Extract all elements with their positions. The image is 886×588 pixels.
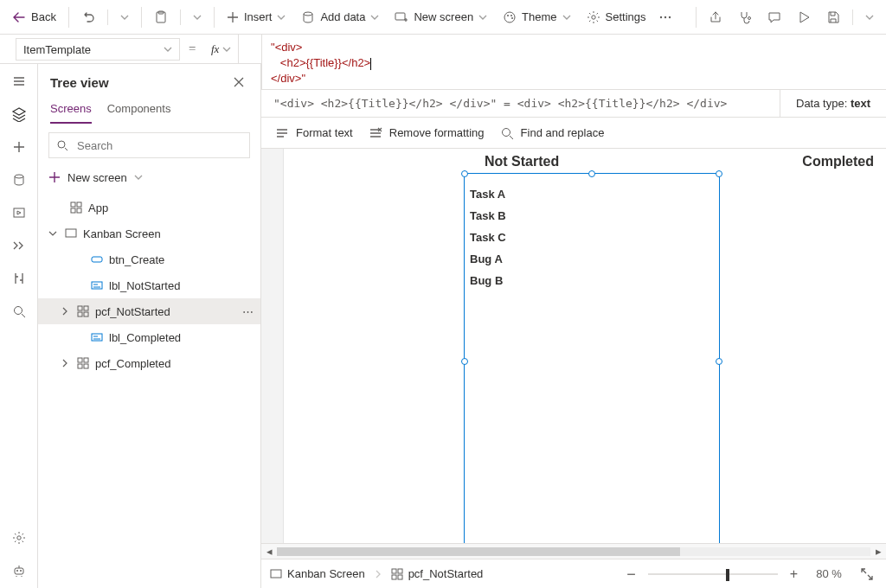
scroll-thumb[interactable] — [277, 547, 680, 556]
tree-view-title: Tree view — [50, 75, 109, 90]
remove-format-icon — [369, 126, 382, 140]
tab-components[interactable]: Components — [107, 95, 171, 124]
screen-plus-icon — [395, 10, 408, 24]
settings-button[interactable]: Settings — [580, 3, 653, 31]
property-selector[interactable]: ItemTemplate — [16, 38, 180, 61]
svg-rect-41 — [392, 575, 396, 579]
canvas-area[interactable]: Not Started Completed Task A Task — [261, 149, 886, 559]
tree-node-pcf-completed[interactable]: pcf_Completed — [38, 350, 260, 376]
tree-node-lbl-notstarted[interactable]: lbl_NotStarted — [38, 272, 260, 298]
undo-more-button[interactable] — [113, 3, 136, 31]
find-replace-button[interactable]: Find and replace — [500, 126, 605, 140]
theme-button[interactable]: Theme — [496, 3, 577, 31]
resize-handle[interactable] — [588, 170, 595, 177]
tree-list: App Kanban Screen btn_Create lbl_NotStar… — [38, 195, 260, 588]
overflow-button[interactable] — [655, 3, 676, 31]
chevron-down-icon — [865, 13, 874, 22]
rail-settings-button[interactable] — [10, 529, 28, 546]
scroll-track[interactable] — [277, 547, 870, 556]
svg-point-21 — [58, 141, 65, 148]
zoom-in-button[interactable]: + — [786, 565, 801, 584]
label-icon — [91, 279, 103, 291]
tree-node-label: lbl_Completed — [109, 331, 254, 344]
horizontal-scrollbar[interactable]: ◂ ▸ — [261, 543, 886, 559]
svg-rect-39 — [392, 569, 396, 573]
sliders-icon — [12, 272, 26, 285]
fx-button[interactable]: fx — [204, 35, 239, 63]
svg-rect-34 — [78, 358, 82, 362]
svg-point-19 — [16, 570, 18, 572]
code-token: </div> — [271, 72, 301, 85]
formula-evaluation: "<div> <h2>{{Title}}</h2> </div>" = <div… — [261, 90, 780, 117]
app-canvas[interactable]: Not Started Completed Task A Task — [284, 149, 886, 543]
paste-button[interactable] — [147, 3, 175, 31]
rail-flows-button[interactable] — [10, 237, 28, 254]
comments-button[interactable] — [761, 3, 788, 31]
tree-node-label: lbl_NotStarted — [109, 279, 254, 292]
breadcrumb-screen[interactable]: Kanban Screen — [270, 567, 365, 580]
svg-rect-35 — [84, 358, 88, 362]
new-screen-button[interactable]: New screen — [388, 3, 494, 31]
status-bar: Kanban Screen pcf_NotStarted − + 80 % — [261, 559, 886, 588]
rail-media-button[interactable] — [10, 204, 28, 221]
close-icon — [233, 76, 245, 88]
plus-icon — [227, 11, 239, 23]
tree-new-screen-button[interactable]: New screen — [48, 165, 250, 189]
tree-node-kanban-screen[interactable]: Kanban Screen — [38, 220, 260, 246]
scroll-right-button[interactable]: ▸ — [870, 545, 886, 558]
rail-insert-button[interactable] — [10, 138, 28, 156]
component-icon — [77, 305, 89, 317]
undo-button[interactable] — [74, 3, 102, 31]
selection-outline[interactable]: Task A Task B Task C Bug A Bug B — [464, 173, 720, 550]
tree-search-input[interactable] — [75, 138, 242, 153]
tab-screens[interactable]: Screens — [50, 95, 92, 124]
svg-rect-33 — [92, 334, 102, 341]
rail-virtual-agent-button[interactable] — [10, 562, 28, 579]
gear-icon — [12, 531, 26, 545]
tree-node-lbl-completed[interactable]: lbl_Completed — [38, 324, 260, 350]
tree-node-app[interactable]: App — [38, 195, 260, 220]
resize-handle[interactable] — [461, 358, 468, 365]
save-more-button[interactable] — [858, 3, 881, 31]
tree-node-more-button[interactable]: ⋯ — [242, 305, 254, 318]
app-checker-button[interactable] — [731, 3, 759, 31]
rail-tools-button[interactable] — [10, 270, 28, 287]
zoom-thumb[interactable] — [726, 569, 729, 581]
remove-formatting-button[interactable]: Remove formatting — [369, 126, 485, 140]
add-data-button[interactable]: Add data — [294, 3, 386, 31]
component-icon — [77, 357, 89, 369]
rail-tree-button[interactable] — [10, 105, 28, 123]
back-button[interactable]: Back — [5, 3, 63, 31]
save-button[interactable] — [819, 3, 847, 31]
palette-icon — [503, 10, 517, 24]
tree-node-btn-create[interactable]: btn_Create — [38, 246, 260, 272]
share-button[interactable] — [702, 3, 729, 31]
svg-point-13 — [502, 128, 510, 136]
rail-search-button[interactable] — [10, 303, 28, 320]
tree-node-pcf-notstarted[interactable]: pcf_NotStarted ⋯ — [38, 298, 260, 324]
scroll-left-button[interactable]: ◂ — [261, 545, 277, 558]
zoom-out-button[interactable]: − — [623, 565, 639, 584]
chevron-down-icon — [562, 13, 571, 22]
format-text-button[interactable]: Format text — [275, 126, 353, 140]
rail-data-button[interactable] — [10, 171, 28, 189]
tree-close-button[interactable] — [229, 73, 248, 92]
fit-to-window-button[interactable] — [857, 564, 877, 585]
insert-button[interactable]: Insert — [220, 3, 293, 31]
paste-more-button[interactable] — [186, 3, 209, 31]
search-icon — [56, 139, 68, 151]
code-token — [271, 56, 280, 69]
svg-rect-31 — [78, 312, 82, 316]
resize-handle[interactable] — [716, 358, 722, 365]
resize-handle[interactable] — [461, 170, 468, 177]
format-text-icon — [275, 126, 289, 140]
preview-button[interactable] — [790, 3, 818, 31]
rail-hamburger-button[interactable] — [10, 73, 28, 90]
tree-search[interactable] — [48, 132, 250, 158]
breadcrumb-control[interactable]: pcf_NotStarted — [391, 567, 484, 580]
formula-editor[interactable]: "<div> <h2>{{Title}}</h2> </div>" — [261, 35, 886, 92]
zoom-slider[interactable] — [648, 573, 778, 575]
resize-handle[interactable] — [716, 170, 722, 177]
svg-point-4 — [504, 12, 515, 22]
chevron-down-icon — [134, 173, 143, 182]
